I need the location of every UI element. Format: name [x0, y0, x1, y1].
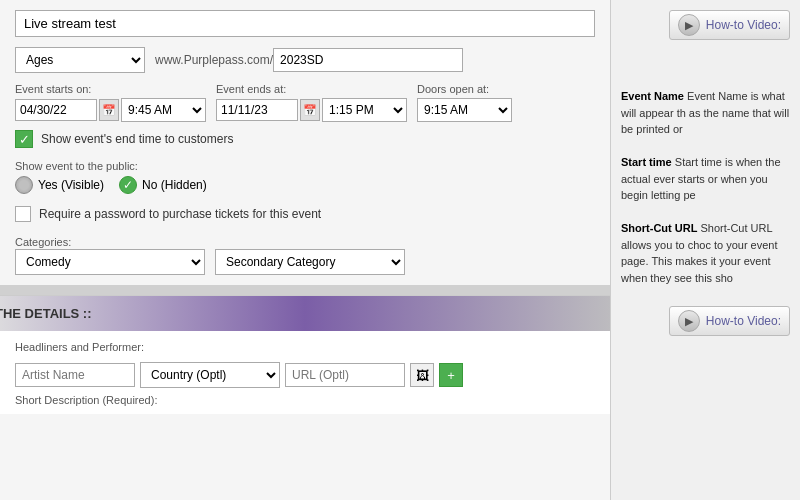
password-label: Require a password to purchase tickets f…	[39, 207, 321, 221]
ends-calendar-icon[interactable]: 📅	[300, 99, 320, 121]
performer-label: Headliners and Performer:	[15, 339, 595, 354]
how-to-video-label: How-to Video:	[706, 18, 781, 32]
password-checkbox[interactable]	[15, 206, 31, 222]
url-input[interactable]	[273, 48, 463, 72]
visibility-label: Show event to the public:	[15, 160, 595, 172]
play-icon: ▶	[678, 14, 700, 36]
details-header-text: THE DETAILS ::	[0, 306, 92, 321]
short-desc-label: Short Description (Required):	[15, 394, 595, 406]
main-container: Ages www.Purplepass.com/ Event starts on…	[0, 0, 800, 500]
doors-open-group: Doors open at: 9:15 AM	[417, 83, 512, 122]
right-panel-content: Event Name Event Name is what will appea…	[621, 88, 790, 286]
performer-inputs-row: Country (Optl) 🖼 +	[15, 362, 595, 388]
starts-date-time: 📅 9:45 AM	[15, 98, 206, 122]
ends-date-time: 📅 1:15 PM	[216, 98, 407, 122]
event-ends-group: Event ends at: 📅 1:15 PM	[216, 83, 407, 122]
details-content: Headliners and Performer: Country (Optl)…	[0, 331, 610, 414]
no-radio-button[interactable]	[119, 176, 137, 194]
no-hidden-label: No (Hidden)	[142, 178, 207, 192]
left-panel: Ages www.Purplepass.com/ Event starts on…	[0, 0, 610, 500]
yes-visible-label: Yes (Visible)	[38, 178, 104, 192]
url-prefix-label: www.Purplepass.com/	[155, 53, 273, 67]
how-to-video-button[interactable]: ▶ How-to Video:	[669, 10, 790, 40]
details-header-bar: THE DETAILS ::	[0, 296, 610, 331]
visibility-block: Show event to the public: Yes (Visible) …	[15, 160, 595, 194]
section-divider	[0, 285, 610, 295]
categories-row: Comedy Secondary Category	[15, 249, 595, 275]
right-bottom: ▶ How-to Video:	[621, 306, 790, 344]
primary-category-select[interactable]: Comedy	[15, 249, 205, 275]
how-to-video-label-2: How-to Video:	[706, 314, 781, 328]
show-end-time-row: ✓ Show event's end time to customers	[15, 130, 595, 148]
play-icon-2: ▶	[678, 310, 700, 332]
url-row: Ages www.Purplepass.com/	[15, 47, 595, 73]
starts-calendar-icon[interactable]: 📅	[99, 99, 119, 121]
doors-label: Doors open at:	[417, 83, 512, 95]
starts-time-select[interactable]: 9:45 AM	[121, 98, 206, 122]
ends-label: Event ends at:	[216, 83, 407, 95]
how-to-video-container: ▶ How-to Video:	[621, 10, 790, 48]
doors-date-time: 9:15 AM	[417, 98, 512, 122]
doors-time-select[interactable]: 9:15 AM	[417, 98, 512, 122]
country-select[interactable]: Country (Optl)	[140, 362, 280, 388]
starts-date-input[interactable]	[15, 99, 97, 121]
show-end-time-label: Show event's end time to customers	[41, 132, 233, 146]
ages-select[interactable]: Ages	[15, 47, 145, 73]
artist-name-input[interactable]	[15, 363, 135, 387]
show-end-time-checkbox[interactable]: ✓	[15, 130, 33, 148]
how-to-video-button-2[interactable]: ▶ How-to Video:	[669, 306, 790, 336]
image-icon-button[interactable]: 🖼	[410, 363, 434, 387]
how-to-video-container-2: ▶ How-to Video:	[621, 306, 790, 344]
performer-label-text: Headliners and Performer:	[15, 341, 144, 353]
no-hidden-option[interactable]: No (Hidden)	[119, 176, 207, 194]
categories-section: Categories: Comedy Secondary Category	[15, 234, 595, 275]
password-row: Require a password to purchase tickets f…	[15, 206, 595, 222]
visibility-options-row: Yes (Visible) No (Hidden)	[15, 176, 595, 194]
event-name-input[interactable]	[15, 10, 595, 37]
right-panel: ▶ How-to Video: Event Name Event Name is…	[610, 0, 800, 500]
yes-radio-button[interactable]	[15, 176, 33, 194]
starts-label: Event starts on:	[15, 83, 206, 95]
categories-label: Categories:	[15, 236, 71, 248]
details-section: THE DETAILS :: Headliners and Performer:…	[0, 295, 610, 414]
ends-time-select[interactable]: 1:15 PM	[322, 98, 407, 122]
dates-row: Event starts on: 📅 9:45 AM Event ends at…	[15, 83, 595, 122]
yes-visible-option[interactable]: Yes (Visible)	[15, 176, 104, 194]
url-opt-input[interactable]	[285, 363, 405, 387]
add-performer-button[interactable]: +	[439, 363, 463, 387]
event-starts-group: Event starts on: 📅 9:45 AM	[15, 83, 206, 122]
secondary-category-select[interactable]: Secondary Category	[215, 249, 405, 275]
ends-date-input[interactable]	[216, 99, 298, 121]
